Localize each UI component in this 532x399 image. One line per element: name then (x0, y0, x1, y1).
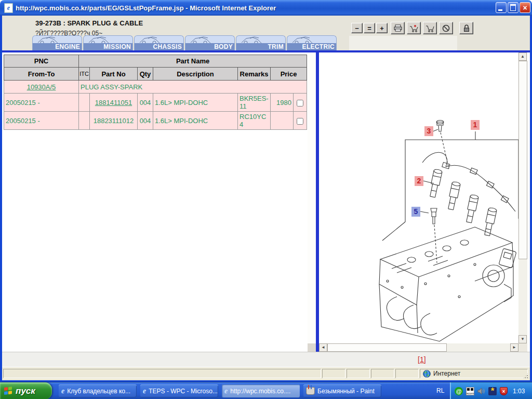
tab-trim[interactable]: TRIM (236, 35, 286, 50)
zoom-in-button[interactable]: + (376, 23, 388, 33)
vertical-scroll-thumb[interactable] (518, 61, 527, 259)
scrollbar-corner (308, 343, 316, 352)
window-border-right (530, 16, 532, 382)
security-zone-pane: Интернет (420, 369, 528, 378)
tab-mission[interactable]: MISSION (83, 35, 133, 50)
maximize-icon (510, 4, 516, 11)
diagram-frame: 1 2 3 5 ▲ ▼ ◄ ► (319, 52, 530, 352)
scom-tray-icon[interactable]: scom (466, 387, 474, 395)
scroll-up-button[interactable]: ▲ (518, 52, 527, 61)
tab-engine[interactable]: ENGINE (32, 35, 82, 50)
windows-logo-icon (4, 387, 12, 395)
lock-button[interactable] (459, 22, 473, 34)
spark-plug-diagram (319, 52, 518, 343)
tab-mission-label: MISSION (84, 43, 132, 50)
taskbar-button-label: Безымянный - Paint (317, 388, 375, 395)
table-row: 20050215 - 1881411051 004 1.6L> MPI-DOHC… (4, 94, 307, 112)
cart-button[interactable] (423, 22, 437, 34)
taskbar-clock[interactable]: 1:03 (513, 388, 525, 395)
status-bar: Интернет (2, 367, 530, 380)
page-1-link[interactable]: [1] (418, 355, 426, 364)
status-pane (395, 369, 419, 378)
category-tabs: ENGINE MISSION CHASSIS BODY TRIM ELECTRI… (32, 35, 337, 50)
ie-icon: e (224, 387, 228, 395)
cart-add-button[interactable] (407, 22, 421, 34)
cell-price: 1980 (271, 94, 294, 112)
diagram-label-5[interactable]: 5 (411, 207, 420, 217)
no-entry-icon (442, 24, 450, 32)
taskbar-button-forum[interactable]: e Клуб владельцев ко... (59, 384, 137, 397)
security-alert-tray-icon[interactable]: × (500, 387, 508, 395)
parts-table: PNC Part Name From-To ITC Part No Qty De… (4, 55, 307, 130)
cell-itc (79, 94, 90, 112)
col-header-qty: Qty (138, 68, 153, 81)
taskbar-button-label: TEPS - WPC - Microso... (149, 388, 218, 395)
tab-chassis-label: CHASSIS (135, 43, 183, 50)
status-message-pane (3, 369, 321, 378)
tab-electric[interactable]: ELECTRIC (287, 35, 337, 50)
scrollbar-corner (518, 343, 527, 352)
print-button[interactable] (391, 22, 405, 34)
tab-body[interactable]: BODY (185, 35, 235, 50)
ie-icon: e (143, 387, 146, 395)
horizontal-scroll-thumb[interactable] (327, 343, 447, 352)
maximize-button[interactable] (508, 2, 518, 13)
zoom-out-button[interactable]: − (351, 23, 363, 33)
scroll-right-button[interactable]: ► (510, 343, 518, 352)
pagination-bar: [1] (2, 352, 530, 367)
cancel-button[interactable] (439, 22, 453, 34)
close-button[interactable]: × (520, 2, 530, 13)
list-scroll-gutter (308, 52, 316, 352)
diagram-label-3[interactable]: 3 (424, 126, 433, 136)
vertical-scrollbar[interactable]: ▲ ▼ (518, 52, 527, 343)
printer-icon (394, 24, 402, 32)
cell-remarks: RC10YC4 (238, 112, 271, 130)
cell-description: 1.6L> MPI-DOHC (153, 112, 238, 130)
table-row: 20050215 - 18823111012 004 1.6L> MPI-DOH… (4, 112, 307, 130)
diagram-label-2[interactable]: 2 (415, 176, 423, 186)
taskbar-button-paint[interactable]: Безымянный - Paint (303, 384, 381, 397)
status-pane (371, 369, 394, 378)
col-header-price: Price (271, 68, 307, 81)
taskbar-button-wpc-active[interactable]: e http://wpc.mobis.co.... (222, 384, 300, 397)
diagram-label-1[interactable]: 1 (471, 120, 480, 130)
icq-tray-icon[interactable]: * (488, 387, 497, 395)
internet-globe-icon (423, 370, 431, 378)
cell-description: 1.6L> MPI-DOHC (153, 94, 238, 112)
taskbar-button-teps[interactable]: e TEPS - WPC - Microso... (140, 384, 218, 397)
desktop: e http://wpc.mobis.co.kr/parts/EG/GSLstP… (0, 0, 532, 399)
pnc-link[interactable]: 10930A/5 (27, 83, 56, 91)
col-header-part-no: Part No (90, 68, 138, 81)
scom-label: scom (467, 392, 474, 395)
part-no-link[interactable]: 1881411051 (95, 99, 132, 107)
cart-add-icon (409, 24, 418, 32)
row-checkbox[interactable] (297, 100, 303, 107)
minimize-icon (498, 9, 502, 11)
tab-chassis[interactable]: CHASSIS (134, 35, 184, 50)
scroll-down-button[interactable]: ▼ (518, 335, 527, 343)
minimize-button[interactable] (496, 2, 507, 13)
horizontal-scrollbar[interactable]: ◄ ► (319, 343, 518, 352)
cell-remarks: BKR5ES-11 (238, 94, 271, 112)
cell-price (271, 112, 294, 130)
cell-part-no: 18823111012 (90, 112, 138, 130)
zoom-fit-button[interactable]: = (364, 23, 375, 33)
start-button[interactable]: пуск (0, 382, 52, 399)
language-indicator[interactable]: RL (436, 387, 444, 394)
tab-electric-label: ELECTRIC (287, 43, 336, 50)
window-title: http://wpc.mobis.co.kr/parts/EG/GSLstPop… (16, 4, 276, 12)
messenger-tray-icon[interactable]: @ (455, 387, 463, 395)
col-header-itc: ITC (79, 68, 90, 81)
group-part-name: PLUG ASSY-SPARK (79, 81, 307, 94)
cell-from-to: 20050215 - (4, 94, 79, 112)
taskbar-button-label: http://wpc.mobis.co.... (230, 388, 290, 395)
scroll-left-button[interactable]: ◄ (319, 343, 327, 352)
paint-icon (306, 387, 315, 395)
start-label: пуск (16, 386, 35, 396)
col-header-remarks: Remarks (238, 68, 271, 81)
row-checkbox[interactable] (297, 118, 303, 125)
taskbar-button-label: Клуб владельцев ко... (67, 388, 130, 395)
zone-label: Интернет (433, 370, 460, 377)
parts-list-frame: PNC Part Name From-To ITC Part No Qty De… (2, 52, 316, 352)
volume-tray-icon[interactable] (477, 388, 485, 395)
